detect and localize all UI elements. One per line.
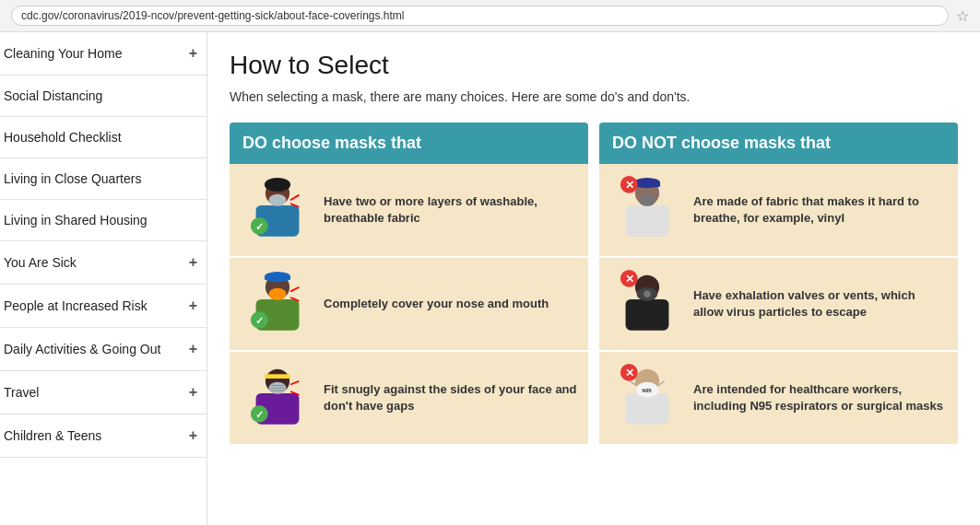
svg-point-12 <box>269 287 287 299</box>
sidebar-item[interactable]: Living in Close Quarters <box>0 158 207 200</box>
expand-icon[interactable]: + <box>189 384 197 401</box>
svg-line-15 <box>290 286 299 291</box>
do-text-3: Fit snugly against the sides of your fac… <box>324 381 577 414</box>
do-icon-2: ✓ <box>241 267 314 341</box>
svg-line-26 <box>290 380 299 384</box>
dont-item-2: ✕ Have exhalation valves or vents, which… <box>599 258 958 352</box>
svg-point-2 <box>265 177 290 191</box>
sidebar-item[interactable]: Daily Activities & Going Out+ <box>0 328 207 371</box>
svg-text:✕: ✕ <box>625 273 634 286</box>
svg-text:N95: N95 <box>642 387 651 392</box>
dont-icon-1: ✕ <box>610 173 684 247</box>
sidebar-item[interactable]: Social Distancing <box>0 76 207 117</box>
dont-text-3: Are intended for healthcare workers, inc… <box>693 381 947 414</box>
page-subtitle: When selecting a mask, there are many ch… <box>230 89 958 104</box>
sidebar-item[interactable]: Living in Shared Housing <box>0 200 207 241</box>
dont-header: DO NOT choose masks that <box>599 122 958 164</box>
svg-rect-42 <box>626 392 669 424</box>
svg-point-38 <box>643 290 651 298</box>
do-item-1: ✓ Have two or more layers of washable, b… <box>230 164 588 258</box>
do-column: DO choose masks that <box>230 122 588 446</box>
expand-icon[interactable]: + <box>189 254 197 271</box>
do-text-1: Have two or more layers of washable, bre… <box>324 193 577 227</box>
svg-text:✓: ✓ <box>255 409 264 420</box>
svg-line-6 <box>290 194 299 200</box>
svg-rect-31 <box>634 182 660 187</box>
dont-icon-2: ✕ <box>610 267 684 341</box>
dont-column: DO NOT choose masks that <box>599 122 958 446</box>
svg-text:✓: ✓ <box>255 315 264 326</box>
svg-point-3 <box>269 193 287 205</box>
page-title: How to Select <box>230 51 958 80</box>
svg-text:✓: ✓ <box>255 221 264 232</box>
dont-item-1: ✕ Are made of fabric that makes it hard … <box>599 164 958 258</box>
sidebar-item[interactable]: People at Increased Risk+ <box>0 285 207 328</box>
dont-icon-3: N95 ✕ <box>610 361 684 435</box>
do-header: DO choose masks that <box>230 122 588 164</box>
svg-line-46 <box>658 380 665 385</box>
dont-text-2: Have exhalation valves or vents, which a… <box>693 287 947 321</box>
do-item-2: ✓ Completely cover your nose and mouth <box>230 258 588 352</box>
main-layout: Cleaning Your Home+Social DistancingHous… <box>0 32 980 525</box>
do-item-3: ✓ Fit snugly against the sides of your f… <box>230 352 588 446</box>
expand-icon[interactable]: + <box>189 45 197 62</box>
svg-text:✕: ✕ <box>625 367 634 379</box>
sidebar-item[interactable]: Cleaning Your Home+ <box>0 32 207 76</box>
do-icon-3: ✓ <box>241 361 314 435</box>
url-bar[interactable]: cdc.gov/coronavirus/2019-ncov/prevent-ge… <box>11 6 949 26</box>
expand-icon[interactable]: + <box>189 341 197 357</box>
dont-item-3: N95 ✕ Are intended for healthcare worker… <box>599 352 958 446</box>
do-text-2: Completely cover your nose and mouth <box>324 296 549 312</box>
main-content: How to Select When selecting a mask, the… <box>207 32 980 525</box>
svg-rect-19 <box>265 374 290 379</box>
sidebar-item[interactable]: You Are Sick+ <box>0 241 207 285</box>
expand-icon[interactable]: + <box>189 298 197 314</box>
do-icon-1: ✓ <box>241 173 314 247</box>
svg-rect-29 <box>626 204 669 236</box>
browser-chrome: cdc.gov/coronavirus/2019-ncov/prevent-ge… <box>0 0 980 32</box>
sidebar-item[interactable]: Household Checklist <box>0 117 207 158</box>
sidebar: Cleaning Your Home+Social DistancingHous… <box>0 32 207 525</box>
svg-rect-11 <box>265 276 290 280</box>
sidebar-item[interactable]: Children & Teens+ <box>0 414 207 458</box>
dont-text-1: Are made of fabric that makes it hard to… <box>693 193 947 227</box>
bookmark-icon[interactable]: ☆ <box>956 7 969 25</box>
sidebar-item[interactable]: Travel+ <box>0 371 207 414</box>
svg-rect-36 <box>626 298 669 330</box>
infographic-grid: DO choose masks that <box>230 122 958 446</box>
svg-point-32 <box>639 193 656 205</box>
svg-line-45 <box>630 380 636 385</box>
expand-icon[interactable]: + <box>189 427 197 444</box>
svg-text:✕: ✕ <box>625 179 634 192</box>
